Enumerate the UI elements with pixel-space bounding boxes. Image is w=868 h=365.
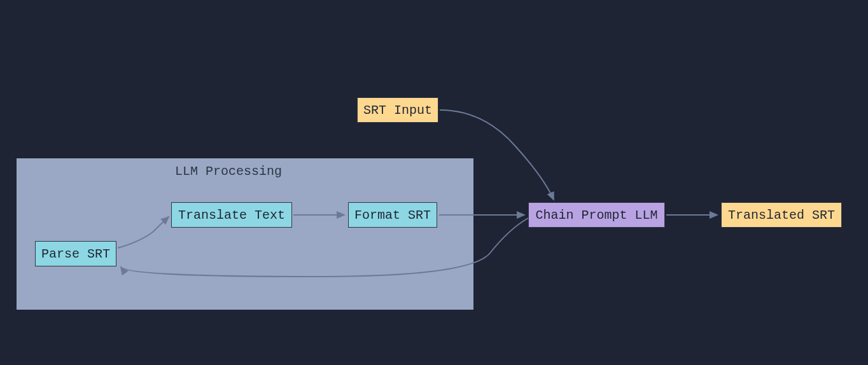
node-chain-prompt: Chain Prompt LLM bbox=[528, 202, 665, 228]
node-translated-srt: Translated SRT bbox=[721, 202, 842, 228]
node-format-srt: Format SRT bbox=[348, 202, 437, 228]
node-parse-srt: Parse SRT bbox=[35, 241, 116, 266]
node-translated-srt-label: Translated SRT bbox=[728, 208, 835, 223]
node-srt-input-label: SRT Input bbox=[363, 103, 432, 118]
node-srt-input: SRT Input bbox=[357, 97, 438, 123]
node-format-srt-label: Format SRT bbox=[354, 208, 431, 223]
node-chain-prompt-label: Chain Prompt LLM bbox=[535, 208, 657, 223]
llm-processing-label: LLM Processing bbox=[175, 164, 282, 179]
node-translate-text: Translate Text bbox=[171, 202, 292, 228]
node-parse-srt-label: Parse SRT bbox=[41, 247, 110, 261]
llm-processing-container bbox=[16, 158, 474, 310]
node-translate-text-label: Translate Text bbox=[178, 208, 285, 223]
